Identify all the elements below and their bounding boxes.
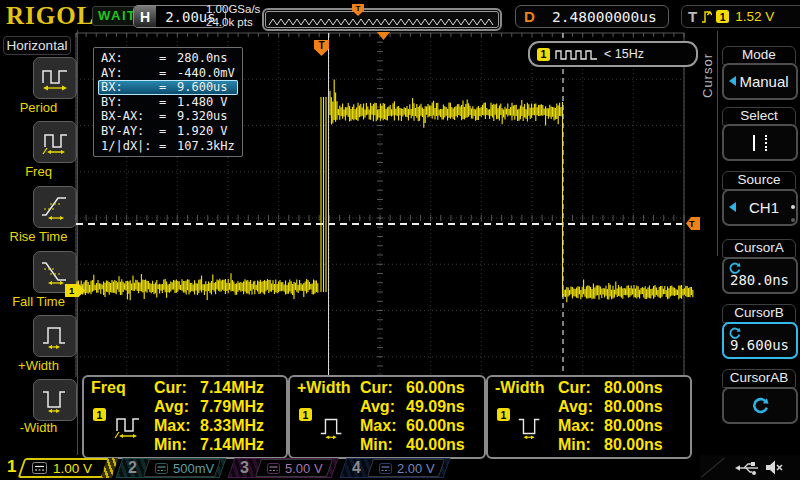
memory-depth: 24.0k pts — [206, 16, 260, 29]
cursor-a-header: CursorA — [722, 239, 796, 258]
cursor-menu-panel: Cursor Mode Manual Select Source CH1 Cur… — [700, 30, 800, 455]
sidebar-item-label: Freq — [0, 164, 77, 179]
delay-key-label: D — [516, 8, 541, 25]
channel1-scale: 1.00 V — [53, 461, 92, 476]
cursor-readout-box: AX:=280.0ns AY:=-440.0mV BX:=9.600us BY:… — [93, 47, 243, 157]
sidebar-item-pos-width[interactable] — [33, 315, 77, 357]
channel4-status[interactable]: 4 2.00 V — [343, 458, 447, 478]
status-icon-tray — [700, 455, 800, 480]
trigger-frequency-badge: 1 < 15Hz — [528, 41, 698, 67]
waveform-memory-bar[interactable] — [262, 8, 502, 31]
mode-softkey[interactable]: Manual — [722, 63, 798, 100]
trigger-key-label: T — [688, 8, 697, 25]
channel3-number: 3 — [231, 459, 249, 477]
trigger-delay-control[interactable]: D 2.48000000us — [515, 5, 669, 28]
oscilloscope-screen: RIGOL WAIT H 2.00us 1.00GSa/s 24.0k pts … — [0, 0, 800, 480]
minus-width-icon — [39, 385, 71, 415]
dc-coupling-icon — [379, 463, 392, 474]
menu-tab-label: Cursor — [700, 40, 716, 110]
measurement-box-freq[interactable]: Freq 1 Cur:7.14MHz Avg:7.79MHz Max:8.33M… — [82, 375, 288, 459]
channel3-scale: 5.00 V — [285, 461, 323, 476]
rigol-logo: RIGOL — [6, 2, 94, 30]
cursor-a-softkey[interactable]: 280.0ns — [722, 257, 798, 294]
measurement-channel-badge: 1 — [299, 408, 312, 421]
plus-width-icon — [317, 413, 347, 441]
sample-rate: 1.00GSa/s — [206, 3, 260, 16]
panel-divider — [717, 31, 718, 256]
readout-row-by: BY:=1.480 V — [98, 95, 238, 110]
rising-edge-icon — [701, 9, 712, 24]
dc-coupling-icon — [267, 463, 280, 474]
channel2-status[interactable]: 2 500mV — [119, 458, 223, 478]
channel3-status[interactable]: 3 5.00 V — [231, 458, 335, 478]
dc-coupling-icon — [32, 462, 47, 474]
freq-icon — [39, 127, 71, 157]
trigger-settings-control[interactable]: T 1 1.52 V — [681, 5, 800, 28]
memory-bar-window — [265, 11, 499, 28]
period-icon — [39, 63, 71, 93]
measurement-box-neg-width[interactable]: -Width 1 Cur:80.00ns Avg:80.00ns Max:80.… — [486, 375, 692, 459]
readout-row-ay: AY:=-440.0mV — [98, 66, 238, 81]
channel1-status[interactable]: 1.00 V — [21, 458, 107, 478]
square-wave-icon — [555, 48, 599, 61]
trigger-level-value: 1.52 V — [735, 9, 774, 24]
measurement-channel-badge: 1 — [497, 408, 510, 421]
cursor-b-softkey[interactable]: 9.600us — [722, 322, 798, 359]
readout-row-bxax: BX-AX:=9.320us — [98, 109, 238, 124]
trigger-source-badge: 1 — [716, 10, 729, 23]
usb-icon — [734, 460, 762, 476]
dc-coupling-icon — [155, 463, 168, 474]
cursor-ab-softkey[interactable] — [722, 387, 798, 424]
cursor-select-icon — [724, 126, 796, 159]
channel2-scale: 500mV — [173, 461, 214, 476]
rotate-knob-icon — [751, 397, 769, 415]
sidebar-item-neg-width[interactable] — [33, 379, 77, 421]
measurement-channel-badge: 1 — [93, 408, 106, 421]
speaker-muted-icon — [764, 459, 784, 476]
readout-row-ax: AX:=280.0ns — [98, 51, 238, 66]
fall-time-icon — [39, 257, 71, 287]
channel4-number: 4 — [343, 459, 361, 477]
memory-bar-waveform — [267, 13, 497, 28]
menu-page-dot — [791, 218, 795, 222]
sidebar-title: Horizontal — [3, 36, 71, 55]
sidebar-item-freq[interactable] — [33, 121, 77, 163]
channel1-number: 1 — [7, 457, 16, 477]
delay-value: 2.48000000us — [541, 9, 668, 25]
minus-width-icon — [515, 413, 545, 441]
readout-row-freq: 1/|dX|:=107.3kHz — [98, 139, 238, 154]
measurement-box-pos-width[interactable]: +Width 1 Cur:60.00ns Avg:49.09ns Max:60.… — [288, 375, 486, 459]
source-header: Source — [722, 171, 796, 190]
channel2-number: 2 — [119, 459, 137, 477]
sample-rate-readout: 1.00GSa/s 24.0k pts — [206, 3, 260, 28]
rise-time-icon — [39, 192, 71, 222]
source-softkey[interactable]: CH1 — [722, 189, 798, 226]
cursor-b-header: CursorB — [722, 304, 796, 323]
sidebar-item-label: -Width — [0, 420, 77, 435]
sidebar-item-label: Period — [0, 100, 77, 115]
readout-row-bx: BX:=9.600us — [98, 80, 238, 95]
sidebar-item-rise-time[interactable] — [33, 186, 77, 228]
freq-icon — [110, 411, 144, 441]
trigger-frequency-value: < 15Hz — [604, 47, 644, 61]
cursor-ab-header: CursorAB — [722, 369, 796, 388]
horizontal-measure-sidebar: Horizontal Period Freq — [0, 30, 78, 455]
sidebar-item-label: +Width — [0, 358, 77, 373]
sidebar-item-label: Rise Time — [0, 229, 77, 244]
sidebar-item-period[interactable] — [33, 57, 77, 99]
tray-divider — [701, 457, 725, 477]
readout-row-byay: BY-AY:=1.920 V — [98, 124, 238, 139]
plus-width-icon — [39, 321, 71, 351]
menu-page-dot — [791, 205, 795, 209]
channel4-scale: 2.00 V — [397, 461, 435, 476]
trigger-freq-channel-badge: 1 — [537, 48, 550, 61]
horizontal-key-label: H — [134, 6, 156, 27]
select-softkey[interactable] — [722, 124, 798, 161]
